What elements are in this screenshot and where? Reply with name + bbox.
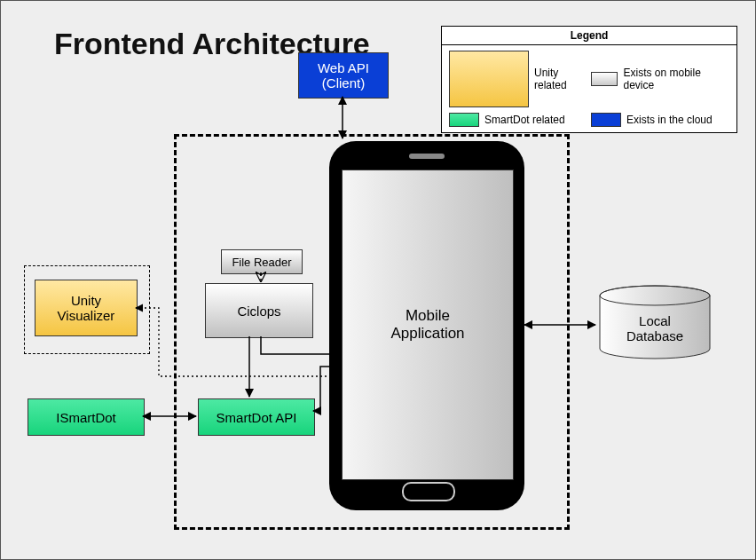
node-ismartdot: ISmartDot [28, 398, 145, 436]
swatch-icon [449, 113, 479, 127]
node-unity-visualizer: Unity Visualizer [35, 280, 138, 336]
node-web-api: Web API (Client) [298, 52, 389, 99]
node-mobile-application: Mobile Application [342, 170, 514, 480]
legend-row-smartdot: SmartDot related [449, 113, 580, 127]
node-smartdot-api: SmartDot API [198, 398, 315, 436]
node-local-database: Local Database [597, 285, 713, 365]
legend-label: Unity related [534, 67, 580, 91]
local-database-label: Local Database [597, 285, 713, 365]
legend-label: SmartDot related [484, 114, 565, 126]
legend: Legend Unity related Exists on mobile de… [441, 26, 737, 133]
legend-row-mobile-device: Exists on mobile device [591, 51, 722, 107]
legend-row-unity: Unity related [449, 51, 580, 107]
swatch-icon [591, 113, 621, 127]
home-button-icon [402, 482, 455, 501]
legend-label: Exists in the cloud [626, 114, 713, 126]
swatch-icon [449, 51, 529, 107]
node-file-reader: File Reader [221, 249, 303, 274]
node-ciclops: Ciclops [205, 283, 313, 338]
legend-row-cloud: Exists in the cloud [591, 113, 722, 127]
swatch-icon [591, 72, 618, 86]
legend-header: Legend [442, 27, 736, 45]
phone-icon: Mobile Application [329, 141, 524, 510]
legend-label: Exists on mobile device [623, 67, 722, 91]
